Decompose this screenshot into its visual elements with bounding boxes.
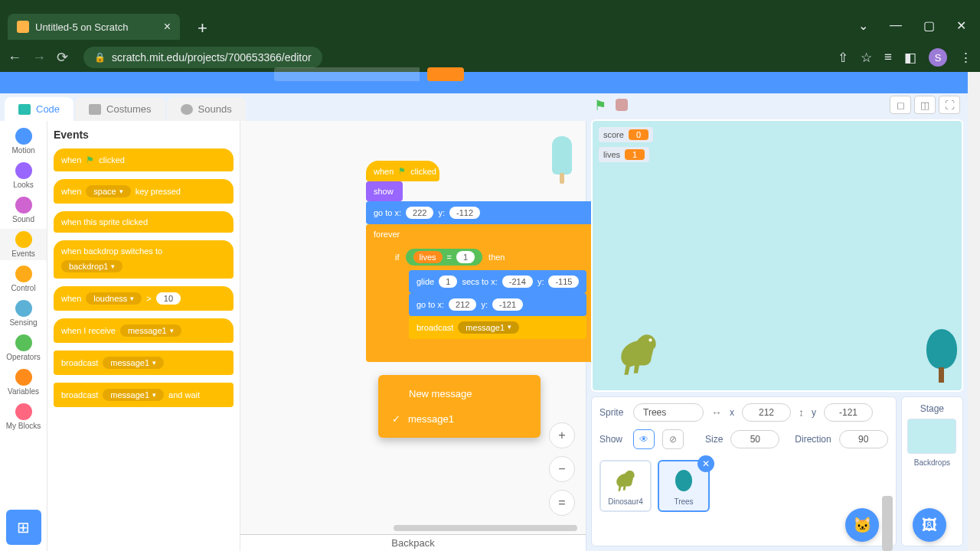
zoom-in-button[interactable]: + xyxy=(549,422,575,448)
add-sprite-fab[interactable]: 🐱 xyxy=(845,508,879,542)
reload-icon[interactable]: ⟳ xyxy=(57,49,68,66)
backdrop-dropdown[interactable]: backdrop1 xyxy=(61,260,122,272)
cat-control[interactable]: Control xyxy=(0,263,47,295)
message-dropdown[interactable]: message1 xyxy=(120,324,181,337)
threshold-input[interactable]: 10 xyxy=(156,292,181,305)
sprite-direction-input[interactable] xyxy=(839,430,888,448)
project-title-field[interactable] xyxy=(274,67,420,81)
block-forever[interactable]: forever if lives=1 then glide1secs to x:… xyxy=(366,224,602,362)
block-show[interactable]: show xyxy=(366,181,403,201)
block-when-key-pressed[interactable]: whenspacekey pressed xyxy=(54,179,234,204)
tab-close-icon[interactable]: × xyxy=(164,20,171,34)
x-input[interactable]: -214 xyxy=(502,276,533,288)
profile-avatar[interactable]: S xyxy=(929,48,947,67)
sprite-y-input[interactable] xyxy=(824,403,873,422)
kebab-menu-icon[interactable]: ⋮ xyxy=(959,50,972,66)
x-input[interactable]: 212 xyxy=(449,298,476,311)
y-input[interactable]: -112 xyxy=(449,207,480,219)
backpack-header[interactable]: Backpack xyxy=(240,534,586,551)
cat-motion[interactable]: Motion xyxy=(0,126,47,157)
cat-looks[interactable]: Looks xyxy=(0,160,47,191)
cat-sound[interactable]: Sound xyxy=(0,194,47,226)
message-dropdown[interactable]: message1 xyxy=(103,389,164,401)
url-bar[interactable]: 🔒 scratch.mit.edu/projects/700653366/edi… xyxy=(83,47,322,68)
show-visible-button[interactable]: 👁 xyxy=(633,429,655,449)
monitor-lives[interactable]: lives1 xyxy=(599,147,649,162)
zoom-out-button[interactable]: − xyxy=(549,456,575,482)
tab-sounds[interactable]: Sounds xyxy=(167,97,246,121)
stage-thumbnail[interactable] xyxy=(907,419,956,454)
cat-variables[interactable]: Variables xyxy=(0,367,47,398)
block-broadcast-wait[interactable]: broadcastmessage1and wait xyxy=(54,383,234,407)
horizontal-scrollbar[interactable] xyxy=(394,525,577,531)
show-hidden-button[interactable]: ⊘ xyxy=(662,429,684,449)
message-dropdown[interactable]: message1 xyxy=(103,357,164,369)
loudness-dropdown[interactable]: loudness xyxy=(86,292,142,305)
fullscreen-button[interactable]: ⛶ xyxy=(939,96,960,114)
zoom-reset-button[interactable]: = xyxy=(549,490,575,516)
block-when-flag-clicked[interactable]: when⚑clicked xyxy=(366,161,439,181)
sprite-trees-on-stage[interactable] xyxy=(925,329,959,383)
browser-tab[interactable]: Untitled-5 on Scratch × xyxy=(8,14,180,40)
secs-input[interactable]: 1 xyxy=(439,276,457,288)
message-dropdown[interactable]: message1 xyxy=(458,321,519,334)
large-stage-button[interactable]: ◫ xyxy=(914,96,936,114)
minimize-icon[interactable]: — xyxy=(890,18,902,33)
tab-code[interactable]: Code xyxy=(5,97,74,121)
sprite-name-input[interactable] xyxy=(633,403,704,422)
close-window-icon[interactable]: ✕ xyxy=(956,18,966,33)
page-scrollbar[interactable] xyxy=(968,72,980,551)
block-if-then[interactable]: if lives=1 then glide1secs to x:-214y:-1… xyxy=(387,243,594,354)
bookmark-icon[interactable]: ☆ xyxy=(861,50,872,66)
block-when-receive[interactable]: when I receivemessage1 xyxy=(54,318,234,343)
block-when-backdrop-switches[interactable]: when backdrop switches tobackdrop1 xyxy=(54,240,234,279)
dropdown-option-message1[interactable]: message1 xyxy=(378,406,541,432)
block-broadcast[interactable]: broadcastmessage1 xyxy=(409,316,586,339)
sprite-tile-dinosaur4[interactable]: Dinosaur4 xyxy=(599,460,652,512)
new-tab-button[interactable]: + xyxy=(198,18,207,38)
cat-myblocks[interactable]: My Blocks xyxy=(0,401,47,432)
share-button[interactable] xyxy=(427,67,464,81)
forward-icon[interactable]: → xyxy=(32,50,46,66)
cat-events[interactable]: Events xyxy=(0,229,47,260)
block-when-flag-clicked[interactable]: when⚑clicked xyxy=(54,148,234,171)
block-broadcast[interactable]: broadcastmessage1 xyxy=(54,350,234,375)
cat-sensing[interactable]: Sensing xyxy=(0,298,47,329)
reading-list-icon[interactable]: ≡ xyxy=(884,50,892,65)
sprite-size-input[interactable] xyxy=(730,430,779,448)
add-backdrop-fab[interactable]: 🖼 xyxy=(913,508,946,542)
block-when-sprite-clicked[interactable]: when this sprite clicked xyxy=(54,211,234,233)
block-glide[interactable]: glide1secs to x:-214y:-115 xyxy=(409,270,586,293)
add-extension-button[interactable]: ⊞ xyxy=(6,510,41,545)
x-input[interactable]: 222 xyxy=(406,207,433,219)
side-panel-icon[interactable]: ◧ xyxy=(904,50,916,66)
script-stack[interactable]: when⚑clicked show go to x:222y:-112 fore… xyxy=(366,161,602,362)
delete-sprite-icon[interactable]: ✕ xyxy=(697,455,714,472)
block-goto-xy[interactable]: go to x:222y:-112 xyxy=(366,201,602,224)
cat-operators[interactable]: Operators xyxy=(0,332,47,364)
green-flag-button[interactable]: ⚑ xyxy=(594,97,609,112)
stage[interactable]: score0 lives1 xyxy=(591,119,963,392)
small-stage-button[interactable]: ◻ xyxy=(890,96,911,114)
sprite-dinosaur4-on-stage[interactable] xyxy=(619,331,658,378)
chevron-down-icon[interactable]: ⌄ xyxy=(858,18,868,33)
workspace[interactable]: when⚑clicked show go to x:222y:-112 fore… xyxy=(240,121,586,551)
sprite-tile-trees[interactable]: ✕ Trees xyxy=(658,460,710,512)
value-input[interactable]: 1 xyxy=(456,251,475,263)
y-input[interactable]: -115 xyxy=(548,276,579,288)
y-input[interactable]: -121 xyxy=(492,298,523,311)
variable-reporter[interactable]: lives xyxy=(413,251,443,263)
equals-operator[interactable]: lives=1 xyxy=(406,249,483,266)
sprite-x-input[interactable] xyxy=(742,403,791,422)
share-icon[interactable]: ⇧ xyxy=(838,50,848,66)
key-dropdown[interactable]: space xyxy=(86,185,130,197)
block-when-loudness[interactable]: whenloudness>10 xyxy=(54,286,234,311)
stop-button[interactable] xyxy=(616,99,628,111)
vertical-scrollbar[interactable] xyxy=(882,496,893,551)
dropdown-new-message[interactable]: New message xyxy=(378,381,541,406)
tab-costumes[interactable]: Costumes xyxy=(75,97,165,121)
maximize-icon[interactable]: ▢ xyxy=(923,18,935,33)
block-goto-xy[interactable]: go to x:212y:-121 xyxy=(409,293,586,316)
monitor-score[interactable]: score0 xyxy=(599,127,653,142)
back-icon[interactable]: ← xyxy=(8,50,21,66)
